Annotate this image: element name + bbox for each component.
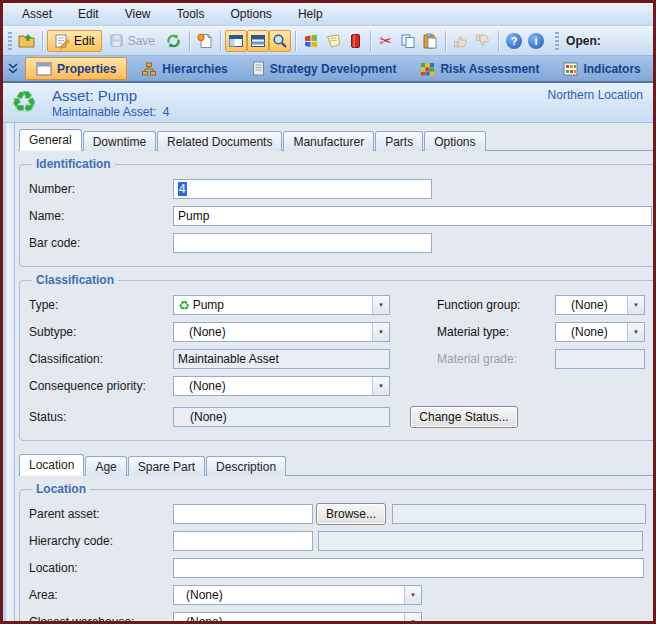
barcode-field[interactable] <box>173 233 432 253</box>
tab-strategy-development[interactable]: Strategy Development <box>240 56 409 81</box>
refresh-button[interactable] <box>162 30 185 52</box>
asset-subtitle-label: Maintainable Asset: <box>52 105 156 119</box>
toolbar-separator <box>189 31 190 51</box>
thumbs-down-button[interactable] <box>472 30 494 52</box>
layout-split-button[interactable] <box>247 30 269 52</box>
open-label: Open: <box>566 34 601 48</box>
risk-mosaic-icon <box>420 62 435 76</box>
cut-button[interactable]: ✂ <box>375 30 397 52</box>
thumbs-up-button[interactable] <box>450 30 472 52</box>
layout-top-icon <box>228 33 244 49</box>
subtype-label: Subtype: <box>29 325 173 339</box>
menu-help[interactable]: Help <box>285 4 336 24</box>
info-button[interactable]: i <box>525 30 547 52</box>
type-combo[interactable]: ♻ Pump ▼ <box>173 295 390 315</box>
tab-description[interactable]: Description <box>206 456 286 476</box>
save-button[interactable]: Save <box>102 30 162 52</box>
material-grade-label: Material grade: <box>437 352 555 366</box>
windows-logo-icon <box>303 33 319 49</box>
identification-legend: Identification <box>32 157 115 171</box>
folder-up-icon <box>18 33 35 49</box>
menu-options[interactable]: Options <box>218 4 285 24</box>
layout-panel-button[interactable] <box>225 30 247 52</box>
hierarchy-code-field[interactable] <box>173 531 313 551</box>
status-value: (None) <box>178 410 227 424</box>
location-field[interactable] <box>173 558 644 578</box>
toolbar-grip <box>8 32 12 50</box>
zoom-button[interactable] <box>269 30 291 52</box>
area-combo[interactable]: (None) ▼ <box>173 585 422 605</box>
parent-asset-field[interactable] <box>173 504 313 524</box>
note-button[interactable] <box>322 30 344 52</box>
tab-downtime[interactable]: Downtime <box>83 131 156 151</box>
function-group-combo[interactable]: (None) ▼ <box>555 295 645 315</box>
asset-subtitle: Maintainable Asset: 4 <box>52 105 548 119</box>
consequence-priority-value: (None) <box>174 379 372 393</box>
dropdown-arrow-icon[interactable]: ▼ <box>372 323 389 341</box>
tab-parts[interactable]: Parts <box>375 131 423 151</box>
dropdown-arrow-icon[interactable]: ▼ <box>627 323 644 341</box>
note-icon <box>325 33 341 49</box>
tab-location[interactable]: Location <box>19 454 84 476</box>
name-field[interactable] <box>173 206 652 226</box>
open-folder-button[interactable] <box>15 30 38 52</box>
tab-properties[interactable]: Properties <box>25 57 127 80</box>
tab-related-documents[interactable]: Related Documents <box>157 131 282 151</box>
collapsed-left-panel[interactable] <box>3 123 15 621</box>
menu-tools[interactable]: Tools <box>164 4 218 24</box>
menu-asset[interactable]: Asset <box>9 4 65 24</box>
application-window: Asset Edit View Tools Options Help Edit <box>0 0 656 624</box>
menu-view[interactable]: View <box>112 4 164 24</box>
toolbar-separator <box>498 31 499 51</box>
tab-properties-label: Properties <box>57 62 116 76</box>
new-item-button[interactable] <box>194 30 216 52</box>
menu-edit[interactable]: Edit <box>65 4 112 24</box>
refresh-icon <box>165 33 182 49</box>
classification-field: Maintainable Asset <box>173 349 390 369</box>
dropdown-arrow-icon[interactable]: ▼ <box>404 586 421 604</box>
type-value: Pump <box>193 298 224 312</box>
tab-spare-part[interactable]: Spare Part <box>128 456 205 476</box>
toolbar-separator <box>295 31 296 51</box>
dropdown-arrow-icon[interactable]: ▼ <box>372 296 389 314</box>
edit-button[interactable]: Edit <box>47 30 102 52</box>
material-type-combo[interactable]: (None) ▼ <box>555 322 645 342</box>
report-button[interactable] <box>344 30 366 52</box>
windows-button[interactable] <box>300 30 322 52</box>
red-document-icon <box>349 33 362 49</box>
change-status-button[interactable]: Change Status... <box>410 406 518 428</box>
tab-hierarchies[interactable]: Hierarchies <box>129 56 239 81</box>
area-value: (None) <box>174 588 404 602</box>
tab-indicators[interactable]: Indicators <box>551 56 652 81</box>
paste-button[interactable] <box>419 30 441 52</box>
material-type-value: (None) <box>556 325 627 339</box>
number-value: 4 <box>178 182 187 196</box>
subtype-combo[interactable]: (None) ▼ <box>173 322 390 342</box>
tab-options[interactable]: Options <box>424 131 485 151</box>
hierarchy-code-label: Hierarchy code: <box>29 534 173 548</box>
collapse-chevron-icon[interactable] <box>3 56 23 81</box>
tab-age[interactable]: Age <box>85 456 126 476</box>
content-area: General Downtime Related Documents Manuf… <box>3 123 653 621</box>
help-button[interactable]: ? <box>503 30 525 52</box>
consequence-priority-label: Consequence priority: <box>29 379 173 393</box>
layout-rows-icon <box>250 33 266 49</box>
toolbar-separator <box>220 31 221 51</box>
tab-manufacturer[interactable]: Manufacturer <box>283 131 374 151</box>
toolbar-grip <box>555 32 559 50</box>
browse-button[interactable]: Browse... <box>316 503 386 525</box>
dropdown-arrow-icon[interactable]: ▼ <box>627 296 644 314</box>
save-button-label: Save <box>128 34 155 48</box>
tab-general[interactable]: General <box>19 129 82 151</box>
closest-warehouse-combo[interactable]: (None) ▼ <box>173 612 422 621</box>
hierarchy-code-display-field <box>318 531 643 551</box>
consequence-priority-combo[interactable]: (None) ▼ <box>173 376 390 396</box>
dropdown-arrow-icon[interactable]: ▼ <box>372 377 389 395</box>
menu-bar: Asset Edit View Tools Options Help <box>3 3 653 26</box>
tab-risk-assessment[interactable]: Risk Assessment <box>408 56 551 81</box>
number-field[interactable]: 4 <box>173 179 432 199</box>
module-tab-strip: Properties Hierarchies Strategy Developm… <box>3 56 653 83</box>
type-recycle-icon: ♻ <box>178 299 190 312</box>
dropdown-arrow-icon[interactable]: ▼ <box>404 613 421 621</box>
copy-button[interactable] <box>397 30 419 52</box>
